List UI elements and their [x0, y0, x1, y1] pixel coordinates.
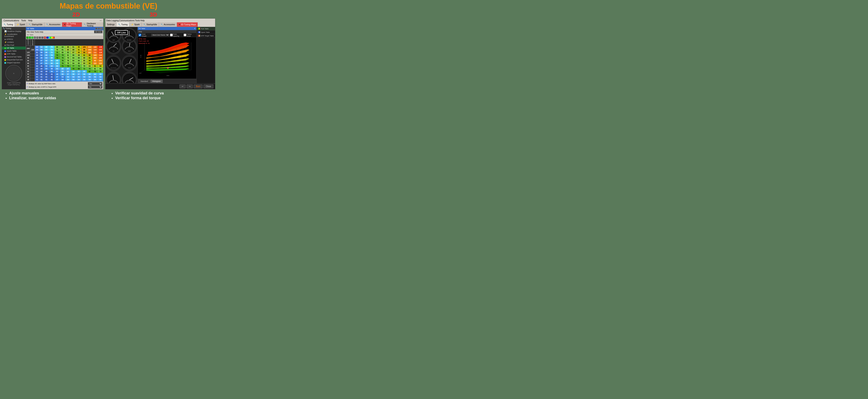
ve-3d-titlebar: VE Table ✕: [138, 27, 196, 30]
status-indicator: ●●: [99, 20, 102, 22]
option-select-2[interactable]: No Yes: [88, 85, 102, 89]
table-row: 150 54586772 76818588 9199104114 1221221…: [26, 49, 103, 51]
rpm-value: RPM: 500: [138, 38, 150, 40]
sidebar-afr[interactable]: ◈ AFR/O2: [2, 38, 26, 41]
table-row: 90 43476265 68767984 84858992 1011051039…: [26, 59, 103, 62]
tab-startup-r[interactable]: 🔧 Startup/Idle: [142, 22, 159, 27]
tab-accessories-r[interactable]: 🔧 Accessories: [159, 22, 177, 27]
option-row-2: ? Multiply by ratio of AFR to Target AFR…: [27, 85, 102, 89]
table-row: 200 60646975 80848891 95105111122 138134…: [26, 46, 103, 49]
left-panel-2d: Communications Tools Help ●● 🔧 Tuning ⚡ …: [2, 19, 103, 89]
tab-3d-tuning[interactable]: ✕ 3D Tuning Maps: [62, 22, 82, 27]
sidebar-afr-table[interactable]: AFR Table: [2, 52, 26, 55]
option-label-2: Multiply by ratio of AFR to Target AFR: [29, 86, 87, 88]
sidebar-limiters[interactable]: ⚡ Limiters: [2, 41, 26, 44]
vs-spark-table[interactable]: Spark Table: [196, 30, 215, 34]
bullet-right-1: Verificar suavidad de curva: [115, 91, 214, 95]
table-header-row: Fuel Load: [26, 39, 103, 46]
sidebar-staged[interactable]: Staged Injection: [2, 61, 26, 64]
color-shade-checkbox[interactable]: Color Shade: [138, 33, 150, 37]
sidebar-spark-table[interactable]: Spark Table: [2, 50, 26, 52]
sidebar-realtime[interactable]: 📊 Realtime Display: [2, 30, 26, 33]
vs-fuel-table[interactable]: Fuel Table: [196, 27, 215, 30]
tb-plus[interactable]: +: [41, 36, 43, 39]
even-spacing-checkbox[interactable]: Even Spacing: [170, 33, 183, 37]
tb-up[interactable]: ▲: [34, 36, 36, 39]
sidebar-second-fuel[interactable]: Second fuel Table: [2, 55, 26, 58]
svg-text:MAP: MAP: [128, 50, 131, 52]
tab-startup[interactable]: 🔧 Startup/Idle: [27, 22, 44, 27]
label-2d: 2D: [72, 11, 80, 18]
chart-canvas: RPM: 500 Fuel Load: 26 Selected %: 41: [138, 37, 196, 79]
bullet-left-2: Linealizar, suavizar celdas: [9, 96, 108, 99]
ve-toolbar: ▲ ▼ − + ✕: [26, 36, 103, 39]
svg-text:TEMP: TEMP: [128, 67, 131, 68]
ve-menu-file[interactable]: File: [27, 31, 30, 33]
ve-data-container: Fuel Load 200 60646975 80848891 95105111…: [26, 39, 103, 85]
tb-green3[interactable]: [31, 36, 33, 39]
redo-btn-r[interactable]: ↪: [187, 84, 193, 88]
tab-standard[interactable]: Standard: [138, 80, 150, 83]
tab-hardware[interactable]: 🔧 Hardware Testing: [82, 22, 103, 27]
left-bullets: Ajuste manuales Linealizar, suavizar cel…: [3, 91, 108, 99]
table-row: 86 43476165 68767984 858992101 103103101…: [26, 62, 103, 65]
table-row: 60 42434954 57606264 62646770 72717068: [26, 70, 103, 73]
tab-accessories[interactable]: 🔧 Accessories: [44, 22, 62, 27]
menu-communications[interactable]: Communications: [3, 20, 20, 22]
sidebar-ve-table[interactable]: VE Table: [2, 47, 26, 50]
tb-green1[interactable]: [26, 36, 28, 39]
sidebar-seq-fuel[interactable]: Sequential fuel trim: [2, 58, 26, 61]
menu-data-logging[interactable]: Data Logging: [106, 20, 119, 22]
menu-help-r[interactable]: Help: [140, 20, 145, 22]
close-btn[interactable]: ✕: [100, 28, 102, 30]
sidebar-flex[interactable]: ◈ Flex Fuel: [2, 44, 26, 47]
ve-menu-tools[interactable]: Tools: [35, 31, 39, 33]
ve-3d-close[interactable]: ✕: [194, 28, 195, 29]
tb-x[interactable]: ✕: [44, 36, 46, 39]
svg-text:% VE: % VE: [140, 55, 142, 58]
vs-spark-label: Spark Table: [201, 31, 210, 33]
selected-value: Selected %: 41: [138, 42, 150, 45]
maximize-btn[interactable]: □: [98, 28, 100, 30]
ve-menu-help[interactable]: Help: [39, 31, 43, 33]
table-row: 96 44496468 70767984 858992101 105103101…: [26, 57, 103, 59]
follow-mode-checkbox[interactable]: Follow Mode: [184, 33, 195, 37]
svg-text:Load: Load: [139, 73, 142, 74]
tab-3d-maps-r[interactable]: ✕ 3D Tuning Maps: [177, 22, 198, 27]
section-labels: 2D 3D: [0, 10, 217, 19]
option-label-1: Multiply VE value by MAP:Baro ratio: [29, 83, 87, 85]
ve-3d-view-btn[interactable]: 3D View: [94, 30, 102, 33]
menu-tools[interactable]: Tools: [20, 20, 27, 22]
tab-tuning-r[interactable]: 🔧 Tuning: [117, 22, 129, 27]
tb-colors[interactable]: [46, 36, 55, 39]
menu-tools-r[interactable]: Tools: [135, 20, 140, 22]
tab-spark-r[interactable]: ⚡ Spark: [129, 22, 142, 27]
tab-spark[interactable]: ⚡ Spark: [15, 22, 27, 27]
table-row: 40 41414141 47535454 54545454 54545454: [26, 76, 103, 78]
undo-btn-r[interactable]: ↩: [180, 84, 186, 88]
menu-help[interactable]: Help: [27, 20, 33, 22]
tb-down[interactable]: ▼: [36, 36, 38, 39]
ve-table-label: VE Table: [26, 34, 103, 36]
gauge-placeholder: 8 Engine Speed(RPM): [2, 65, 26, 84]
tab-histogram[interactable]: Histogram: [150, 80, 163, 83]
close-btn-right[interactable]: Close: [204, 84, 213, 88]
option-select-1[interactable]: Yes No: [88, 82, 102, 85]
ve-data-table: Fuel Load 200 60646975 80848891 95105111…: [26, 39, 103, 85]
table-row: 100 48526570 72788186 889296103 11211010…: [26, 54, 103, 57]
table-row: 50 41414141 48655758 57596062 6362610: [26, 73, 103, 76]
theme-select[interactable]: Black Color Theme: [151, 34, 169, 36]
menu-communications-r[interactable]: Communications: [119, 20, 134, 22]
ve-menu-view[interactable]: View: [30, 31, 34, 33]
minimize-btn[interactable]: _: [95, 28, 97, 30]
gauge-7: Inj PW: [106, 72, 121, 83]
tab-settings[interactable]: Settings: [105, 22, 117, 27]
bullet-left-1: Ajuste manuales: [9, 91, 108, 95]
tab-tuning[interactable]: 🔧 Tuning: [2, 22, 15, 27]
sidebar-accel[interactable]: ⚡ Acceleration Enrichment: [2, 33, 26, 38]
burn-btn-right[interactable]: Burn: [194, 84, 203, 88]
gauge-8: AFR: [122, 72, 137, 83]
tb-minus[interactable]: −: [39, 36, 41, 39]
tb-green2[interactable]: [29, 36, 31, 39]
vs-afr-table[interactable]: AFR Target Table: [196, 34, 215, 37]
